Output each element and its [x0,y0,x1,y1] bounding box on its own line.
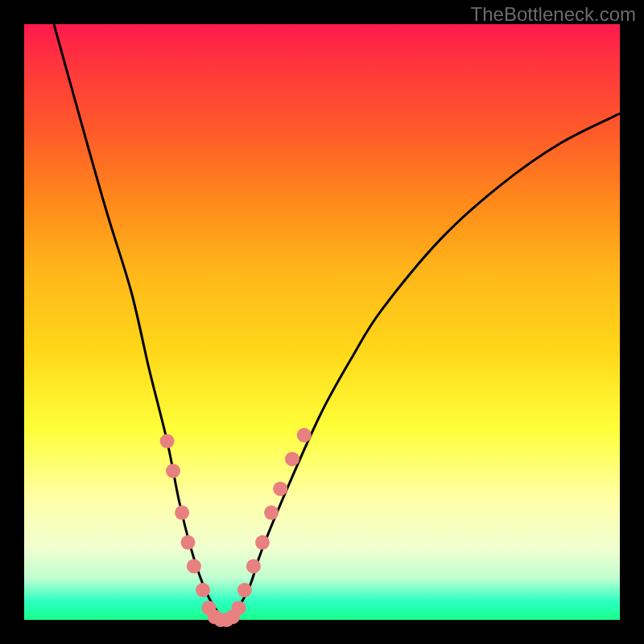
highlight-point [285,452,299,466]
curve-group [54,24,620,621]
points-group [160,428,312,627]
bottleneck-curve-path [54,24,620,621]
highlight-point [246,559,261,573]
highlight-point [196,583,210,597]
chart-plot-area [24,24,620,620]
highlight-point [237,583,252,597]
highlight-point [181,535,196,550]
bottleneck-curve-svg [24,24,620,620]
highlight-point [273,481,287,496]
highlight-point [175,506,189,520]
watermark-text: TheBottleneck.com [471,3,636,26]
highlight-point [166,464,180,478]
highlight-point [255,535,270,550]
highlight-point [231,601,246,615]
highlight-point [160,434,175,448]
highlight-point [297,428,312,443]
highlight-point [187,559,201,573]
highlight-point [264,506,279,520]
